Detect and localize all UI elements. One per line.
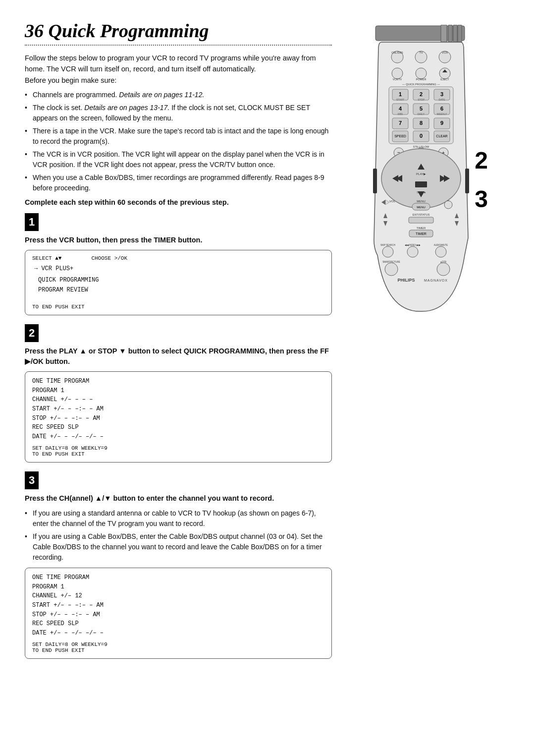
- svg-text:STOP: STOP: [418, 98, 425, 101]
- svg-point-97: [437, 263, 450, 276]
- s3-prog-line-1: PROGRAM 1: [32, 582, 324, 592]
- svg-text:SKIP SEARCH: SKIP SEARCH: [380, 244, 395, 246]
- svg-text:EXIT/STATUS: EXIT/STATUS: [413, 213, 430, 216]
- step-3-block: 3 Press the CH(annel) ▲/▼ button to ente…: [25, 471, 332, 659]
- remote-control-svg: CBL/DBS TV VCR VCR/TV POWER EJECT: [372, 25, 471, 312]
- bullet-3: There is a tape in the VCR. Make sure th…: [25, 126, 332, 147]
- prog-line-3: START +/– – –:– – AM: [32, 405, 324, 414]
- s3-prog-line-6: DATE +/– – –/– –/– –: [32, 629, 324, 638]
- svg-text:4: 4: [399, 106, 402, 112]
- step-3-bullet-2: If you are using a Cable Box/DBS, enter …: [25, 531, 332, 563]
- svg-text:WEEKLY: WEEKLY: [437, 113, 447, 116]
- svg-text:VCR/TV: VCR/TV: [393, 78, 402, 81]
- svg-text:0: 0: [420, 133, 423, 139]
- prog-line-5: REC SPEED SLP: [32, 423, 324, 432]
- svg-rect-87: [465, 169, 469, 193]
- select-label: SELECT ▲▼: [32, 255, 61, 261]
- svg-text:PHILIPS: PHILIPS: [397, 278, 415, 283]
- quick-prog-item: QUICK PROGRAMMING: [38, 276, 324, 285]
- svg-text:CBL/DBS: CBL/DBS: [391, 51, 403, 54]
- svg-rect-82: [409, 217, 433, 223]
- svg-point-76: [444, 201, 452, 209]
- svg-text:DATE: DATE: [439, 98, 446, 101]
- svg-point-91: [382, 246, 393, 257]
- left-column: 36 Quick Programming Follow the steps be…: [25, 20, 332, 668]
- step2-bottom: SET DAILY=8 OR WEEKLY=9 TO END PUSH EXIT: [32, 445, 324, 457]
- step3-bottom: SET DAILY=8 OR WEEKLY=9 TO END PUSH EXIT: [32, 641, 324, 653]
- program-lines: ONE TIME PROGRAM PROGRAM 1 CHANNEL +/– –…: [32, 377, 324, 441]
- svg-text:— QUICK PROGRAMMING —: — QUICK PROGRAMMING —: [402, 83, 440, 86]
- top-row-buttons: CBL/DBS TV VCR: [391, 51, 451, 63]
- step-1-instruction: Press the VCR button, then press the TIM…: [25, 235, 332, 246]
- warning-line: Complete each step within 60 seconds of …: [25, 198, 332, 206]
- step-1-screen: SELECT ▲▼ CHOOSE >/OK → VCR PLUS+ QUICK …: [25, 250, 332, 315]
- prereq-list: Channels are programmed. Details are on …: [25, 90, 332, 193]
- svg-rect-86: [373, 169, 377, 193]
- bullet-1: Channels are programmed. Details are on …: [25, 90, 332, 100]
- svg-text:CLEAR: CLEAR: [436, 134, 447, 138]
- bullet-2: The clock is set. Details are on pages 1…: [25, 103, 332, 123]
- prog-line-2: CHANNEL +/– – – –: [32, 395, 324, 405]
- svg-text:2: 2: [420, 91, 423, 97]
- menu-items: QUICK PROGRAMMING PROGRAM REVIEW: [38, 276, 324, 294]
- svg-text:AUDIO/MUTE: AUDIO/MUTE: [434, 244, 448, 246]
- svg-text:DAILY: DAILY: [418, 113, 425, 116]
- program-lines-2: ONE TIME PROGRAM PROGRAM 1 CHANNEL +/– 1…: [32, 573, 324, 638]
- prog-line-1: PROGRAM 1: [32, 386, 324, 396]
- step-3-bullet-1: If you are using a standard antenna or c…: [25, 508, 332, 529]
- remote-wrapper: CBL/DBS TV VCR VCR/TV POWER EJECT: [372, 25, 471, 312]
- svg-text:TIMER: TIMER: [417, 227, 426, 230]
- step-1-block: 1 Press the VCR button, then press the T…: [25, 213, 332, 315]
- prog-line-6: DATE +/– – –/– –/– –: [32, 432, 324, 442]
- svg-text:START: START: [396, 98, 404, 101]
- prog-line-4: STOP +/– – –:– – AM: [32, 414, 324, 423]
- s3-set-daily: SET DAILY=8 OR WEEKLY=9: [32, 641, 324, 647]
- exit-hint-1: TO END PUSH EXIT: [32, 304, 324, 310]
- svg-point-92: [407, 246, 418, 257]
- intro-paragraph: Follow the steps below to program your V…: [25, 53, 332, 86]
- vcr-plus-item: → VCR PLUS+: [34, 264, 324, 274]
- exit-hint-2: TO END PUSH EXIT: [32, 451, 324, 457]
- svg-text:TIMER: TIMER: [416, 232, 427, 235]
- step-3-number: 3: [25, 471, 39, 489]
- step-2-instruction: Press the PLAY ▲ or STOP ▼ button to sel…: [25, 346, 332, 368]
- svg-text:MENU: MENU: [417, 206, 426, 209]
- step-3-bullets: If you are using a standard antenna or c…: [25, 508, 332, 563]
- section-divider: [25, 45, 332, 46]
- step-2-number: 2: [25, 324, 39, 342]
- s3-prog-line-3: START +/– – –:– – AM: [32, 601, 324, 610]
- choose-label: CHOOSE >/OK: [91, 255, 127, 261]
- bullet-5: When you use a Cable Box/DBS, timer reco…: [25, 173, 332, 193]
- svg-text:3: 3: [440, 91, 443, 97]
- step-2-block: 2 Press the PLAY ▲ or STOP ▼ button to s…: [25, 324, 332, 463]
- right-column: CBL/DBS TV VCR VCR/TV POWER EJECT: [342, 20, 500, 668]
- svg-text:6: 6: [440, 106, 443, 112]
- svg-point-11: [392, 68, 403, 79]
- set-daily-label: SET DAILY=8 OR WEEKLY=9: [32, 445, 324, 451]
- step-marker-2: 2: [475, 149, 488, 173]
- step-markers: 2 3: [475, 149, 488, 211]
- svg-text:◀◀ INDEX ▶▶: ◀◀ INDEX ▶▶: [405, 244, 421, 246]
- prog-line-0: ONE TIME PROGRAM: [32, 377, 324, 386]
- s3-prog-line-0: ONE TIME PROGRAM: [32, 573, 324, 582]
- s3-exit-hint: TO END PUSH EXIT: [32, 647, 324, 653]
- svg-text:POWER: POWER: [416, 78, 427, 81]
- svg-text:9: 9: [440, 120, 443, 126]
- svg-text:MAGNAVOX: MAGNAVOX: [424, 279, 448, 282]
- svg-text:8: 8: [420, 120, 423, 126]
- svg-point-93: [435, 246, 446, 257]
- svg-text:SPEED: SPEED: [394, 134, 406, 138]
- svg-text:5: 5: [420, 106, 423, 112]
- s3-prog-line-2: CHANNEL +/– 12: [32, 591, 324, 601]
- svg-rect-66: [415, 181, 427, 187]
- program-review-item: PROGRAM REVIEW: [38, 286, 324, 295]
- step-1-number: 1: [25, 213, 39, 231]
- s3-prog-line-4: STOP +/– – –:– – AM: [32, 610, 324, 620]
- svg-text:PLAY▶: PLAY▶: [416, 173, 426, 175]
- svg-text:VCR: VCR: [442, 51, 448, 54]
- svg-text:DBS: DBS: [398, 113, 403, 116]
- step-3-screen: ONE TIME PROGRAM PROGRAM 1 CHANNEL +/– 1…: [25, 568, 332, 659]
- svg-text:1: 1: [399, 91, 402, 97]
- step-2-screen: ONE TIME PROGRAM PROGRAM 1 CHANNEL +/– –…: [25, 371, 332, 463]
- svg-text:VOL: VOL: [389, 200, 396, 203]
